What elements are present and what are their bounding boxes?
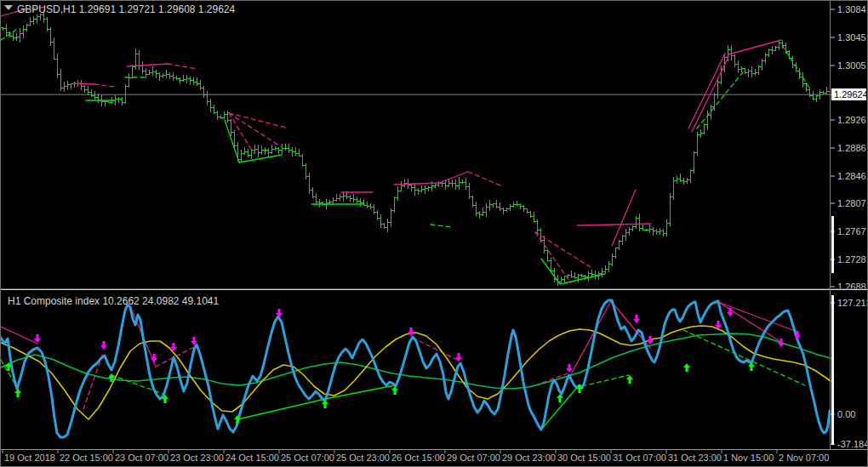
price-tick-label: 1.28071 [837, 198, 867, 208]
price-tick-label: 1.28461 [837, 171, 867, 181]
time-tick-label: 29 Oct 23:00 [502, 453, 556, 463]
time-tick-label: 30 Oct 15:00 [557, 453, 611, 463]
chart-window: 1.308411.304511.300511.292611.288611.284… [0, 0, 868, 467]
price-tick-label: 1.26881 [837, 282, 867, 292]
main-chart-plot[interactable] [1, 1, 831, 288]
indicator-title: H1 Composite index 10.2662 24.0982 49.10… [8, 295, 220, 307]
indicator-scale-indicator[interactable] [831, 295, 834, 445]
time-tick-label: 29 Oct 07:00 [447, 453, 500, 463]
price-tick-label: 1.30451 [837, 32, 867, 43]
indicator-tick-label: 127.2139 [837, 298, 867, 308]
price-tick-label: 1.27281 [837, 254, 867, 265]
time-tick-label: 19 Oct 2018 [4, 453, 55, 463]
time-tick-label: 31 Oct 23:00 [668, 453, 722, 463]
price-scale-indicator[interactable] [831, 216, 834, 273]
time-tick-label: 26 Oct 15:00 [391, 453, 445, 463]
chart-canvas: 1.308411.304511.300511.292611.288611.284… [1, 1, 867, 466]
price-tick-label: 1.30051 [837, 60, 867, 71]
price-tick-label: 1.30841 [837, 4, 867, 14]
time-tick-label: 23 Oct 23:00 [170, 453, 224, 463]
time-tick-label: 23 Oct 07:00 [115, 453, 168, 463]
current-price-label: 1.29624 [834, 89, 867, 100]
price-tick-label: 1.29261 [837, 115, 867, 125]
symbol-title: GBPUSD,H1 1.29691 1.29721 1.29608 1.2962… [17, 3, 236, 15]
time-tick-label: 24 Oct 15:00 [226, 453, 279, 463]
indicator-tick-label: -37.1847 [837, 439, 867, 449]
indicator-tick-label: 0.00 [837, 409, 855, 419]
price-tick-label: 1.28861 [837, 143, 867, 153]
time-tick-label: 1 Nov 15:00 [723, 453, 774, 463]
price-tick-label: 1.27671 [837, 226, 867, 236]
time-tick-label: 31 Oct 07:00 [613, 453, 666, 463]
time-tick-label: 25 Oct 23:00 [336, 453, 390, 463]
time-tick-label: 22 Oct 15:00 [60, 453, 113, 463]
time-tick-label: 25 Oct 07:00 [281, 453, 334, 463]
time-tick-label: 2 Nov 07:00 [779, 453, 829, 463]
